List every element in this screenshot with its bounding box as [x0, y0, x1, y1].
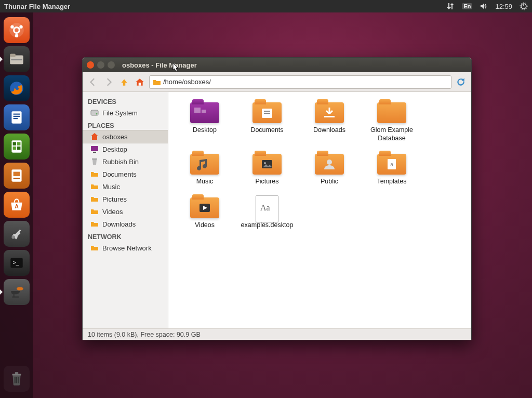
svg-text:A: A — [15, 203, 19, 209]
launcher-writer[interactable] — [4, 104, 30, 130]
file-item[interactable]: Pictures — [236, 152, 298, 186]
file-label: examples.desktop — [236, 221, 298, 230]
file-item[interactable]: Videos — [174, 195, 236, 230]
sidebar-item-label: Rubbish Bin — [102, 158, 139, 166]
svg-rect-30 — [15, 377, 16, 383]
svg-rect-11 — [11, 111, 21, 123]
svg-point-46 — [264, 162, 266, 164]
folder-icon — [90, 194, 99, 204]
svg-rect-42 — [264, 111, 270, 112]
svg-rect-40 — [202, 110, 206, 113]
nav-up-button[interactable] — [118, 76, 130, 88]
file-label: Public — [298, 178, 361, 186]
home-icon — [90, 132, 99, 141]
launcher-firefox[interactable] — [4, 75, 30, 101]
svg-rect-39 — [194, 108, 201, 113]
top-menubar: Thunar File Manager En 12:59 — [0, 0, 532, 12]
file-item[interactable]: Glom Example Database — [361, 100, 423, 142]
file-item[interactable]: Documents — [236, 100, 298, 142]
svg-rect-8 — [10, 54, 16, 57]
launcher-impress[interactable] — [4, 163, 30, 189]
sidebar: DEVICES File System PLACES osboxes Deskt… — [83, 92, 168, 328]
location-bar[interactable]: /home/osboxes/ — [149, 75, 451, 89]
file-item[interactable]: Music — [174, 152, 236, 186]
svg-rect-17 — [17, 142, 20, 145]
sidebar-header-network: NETWORK — [83, 230, 168, 242]
launcher-terminal[interactable]: >_ — [4, 250, 30, 276]
sidebar-item-home[interactable]: osboxes — [83, 130, 168, 143]
file-item[interactable]: aTemplates — [361, 152, 423, 186]
sidebar-item-label: Desktop — [102, 145, 127, 153]
statusbar: 10 items (9.0 kB), Free space: 90.9 GB — [83, 328, 471, 340]
session-indicator-icon[interactable] — [520, 2, 528, 10]
svg-rect-34 — [91, 110, 98, 115]
svg-rect-37 — [93, 152, 96, 153]
sidebar-item-label: Pictures — [102, 195, 127, 203]
sidebar-item-filesystem[interactable]: File System — [83, 107, 168, 119]
folder-icon — [90, 219, 99, 229]
file-manager-window: osboxes - File Manager /home/osboxes/ DE… — [82, 57, 472, 340]
sidebar-item-music[interactable]: Music — [83, 180, 168, 193]
window-titlebar[interactable]: osboxes - File Manager — [83, 58, 471, 72]
launcher-trash[interactable] — [4, 366, 30, 392]
sound-indicator-icon[interactable] — [480, 2, 488, 10]
svg-rect-12 — [14, 114, 20, 115]
svg-point-24 — [11, 235, 15, 238]
file-item[interactable]: Desktop — [174, 100, 236, 142]
status-text: 10 items (9.0 kB), Free space: 90.9 GB — [88, 331, 201, 338]
svg-point-35 — [96, 113, 98, 115]
language-indicator[interactable]: En — [462, 3, 472, 9]
sidebar-item-pictures[interactable]: Pictures — [83, 193, 168, 205]
sidebar-item-videos[interactable]: Videos — [83, 205, 168, 218]
nav-forward-button[interactable] — [102, 76, 115, 88]
sidebar-item-label: Browse Network — [102, 244, 152, 252]
sidebar-item-documents[interactable]: Documents — [83, 168, 168, 180]
window-minimize-button[interactable] — [97, 61, 104, 69]
folder-icon — [90, 207, 99, 216]
launcher-software-center[interactable]: A — [4, 192, 30, 218]
toolbar: /home/osboxes/ — [83, 72, 471, 92]
launcher-system-settings[interactable] — [4, 221, 30, 247]
svg-text:a: a — [390, 162, 393, 167]
sidebar-item-browse-network[interactable]: Browse Network — [83, 242, 168, 254]
svg-point-5 — [10, 25, 14, 28]
sidebar-item-label: Videos — [102, 208, 123, 216]
sidebar-item-downloads[interactable]: Downloads — [83, 218, 168, 230]
svg-point-27 — [17, 287, 23, 290]
launcher-calc[interactable] — [4, 134, 30, 160]
file-label: Templates — [361, 178, 423, 186]
file-item[interactable]: Downloads — [298, 100, 361, 142]
file-label: Desktop — [174, 126, 236, 135]
clock[interactable]: 12:59 — [495, 3, 512, 10]
sidebar-item-desktop[interactable]: Desktop — [83, 143, 168, 155]
launcher-dash[interactable] — [4, 17, 30, 43]
nav-home-button[interactable] — [134, 76, 146, 88]
file-item[interactable]: Aaexamples.desktop — [236, 195, 298, 230]
window-maximize-button[interactable] — [108, 61, 115, 69]
window-title: osboxes - File Manager — [122, 61, 197, 69]
location-path: /home/osboxes/ — [163, 78, 211, 86]
launcher-anvil-tool[interactable] — [4, 279, 30, 305]
file-item[interactable]: Public — [298, 152, 361, 186]
sidebar-item-label: File System — [102, 109, 138, 117]
launcher-files[interactable] — [4, 46, 30, 72]
svg-point-47 — [327, 160, 332, 165]
svg-rect-9 — [11, 59, 22, 60]
sidebar-header-places: PLACES — [83, 119, 168, 130]
svg-rect-36 — [91, 146, 98, 151]
unity-launcher: A >_ — [0, 12, 33, 398]
file-label: Videos — [174, 221, 236, 230]
folder-icon — [90, 182, 99, 191]
svg-rect-44 — [324, 116, 335, 117]
network-indicator-icon[interactable] — [446, 2, 455, 10]
file-label: Glom Example Database — [361, 126, 423, 142]
file-label: Documents — [236, 126, 298, 135]
sidebar-item-trash[interactable]: Rubbish Bin — [83, 155, 168, 168]
file-view[interactable]: DesktopDocumentsDownloadsGlom Example Da… — [168, 92, 471, 328]
reload-button[interactable] — [455, 76, 467, 88]
nav-back-button[interactable] — [87, 76, 99, 88]
folder-icon — [90, 169, 99, 179]
folder-icon — [90, 243, 99, 253]
window-close-button[interactable] — [87, 61, 94, 69]
svg-rect-21 — [14, 172, 20, 177]
